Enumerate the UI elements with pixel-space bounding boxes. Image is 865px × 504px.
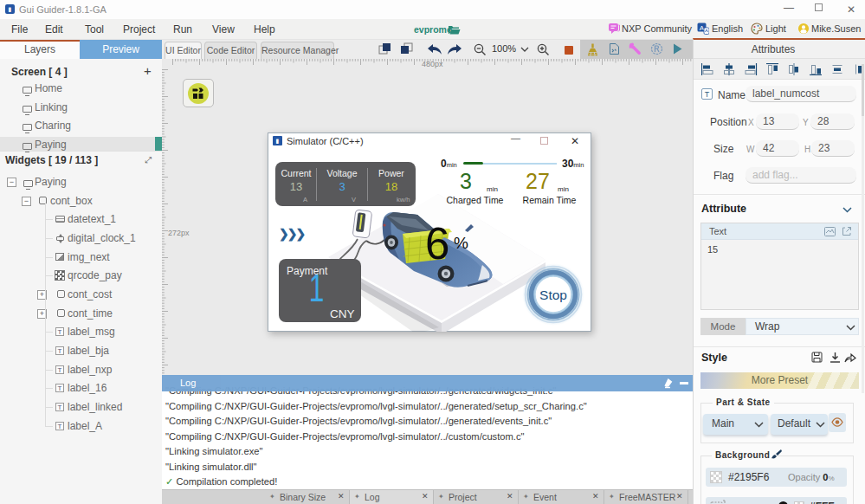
svg-text:Stop: Stop [539, 288, 567, 302]
